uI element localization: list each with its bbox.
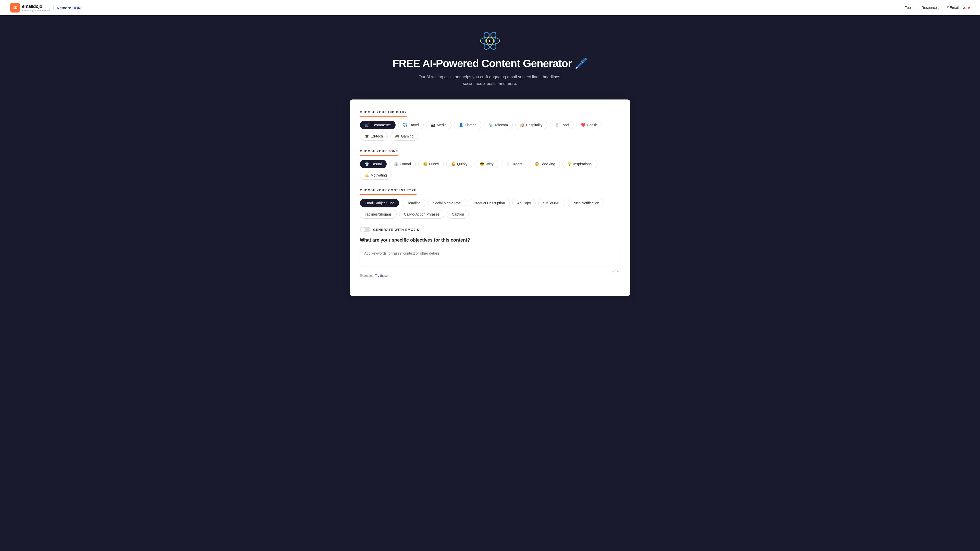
- industry-pill-fintech[interactable]: 👤Fintech: [454, 121, 481, 129]
- logo-icon: ✉: [10, 3, 20, 13]
- netcore-badge: Netcore Tools: [53, 6, 82, 10]
- content-pill-call-to-action-phrases[interactable]: Call-to-Action Phrases: [399, 210, 444, 219]
- content-pill-social-media-post[interactable]: Social Media Post: [428, 199, 466, 207]
- logo-text-block: emaildojo Previously Grademyemail: [22, 4, 50, 12]
- industry-pill-icon: 🎮: [395, 134, 399, 138]
- svg-text:AI: AI: [489, 40, 492, 43]
- industry-pill-icon: 📷: [431, 123, 435, 127]
- industry-pill-icon: 🛒: [365, 123, 369, 127]
- industry-pill-icon: 🎓: [365, 134, 369, 138]
- tone-section-title: CHOOSE YOUR TONE: [360, 149, 398, 156]
- industry-pill-icon: ❤️: [581, 123, 585, 127]
- objectives-section: What are your specific objectives for th…: [360, 238, 620, 278]
- objectives-title: What are your specific objectives for th…: [360, 238, 620, 243]
- examples-link: Examples, Try these!: [360, 274, 620, 278]
- industry-pill-icon: 📡: [489, 123, 493, 127]
- hero-icon: AI: [10, 30, 970, 52]
- industry-pill-ed-tech[interactable]: 🎓Ed-tech: [360, 132, 388, 141]
- emojis-toggle-row: GENERATE WITH EMOJIS: [360, 227, 620, 232]
- industry-pill-icon: ✈️: [403, 123, 407, 127]
- tone-pill-motivating[interactable]: 💪Motivating: [360, 171, 392, 179]
- industry-pill-health[interactable]: ❤️Health: [576, 121, 602, 129]
- try-these-link[interactable]: Try these!: [375, 274, 388, 278]
- content-type-section: CHOOSE YOUR CONTENT TYPE Email Subject L…: [360, 188, 620, 219]
- tone-pill-icon: 💪: [365, 173, 369, 177]
- tone-pill-witty[interactable]: 😎Witty: [475, 160, 498, 168]
- tone-pill-icon: 😱: [535, 162, 539, 166]
- live-dot: [968, 6, 970, 9]
- tone-pill-casual[interactable]: 👕Casual: [360, 160, 387, 168]
- content-type-pills: Email Subject LineHeadlineSocial Media P…: [360, 199, 620, 219]
- ai-atom-svg: AI: [480, 30, 500, 51]
- content-pill-sms-mms[interactable]: SMS/MMS: [538, 199, 565, 207]
- svg-point-7: [494, 32, 496, 33]
- industry-pill-travel[interactable]: ✈️Travel: [398, 121, 423, 129]
- industry-pill-media[interactable]: 📷Media: [426, 121, 452, 129]
- char-count: 0 / 120: [360, 269, 620, 273]
- svg-point-5: [499, 40, 500, 41]
- hero-section: AI FREE AI-Powered Content Generator 🖊️ …: [0, 15, 980, 107]
- emojis-toggle-switch[interactable]: [360, 227, 370, 232]
- content-pill-product-description[interactable]: Product Description: [469, 199, 510, 207]
- industry-pill-icon: 🏨: [520, 123, 525, 127]
- tools-badge: Tools: [72, 6, 82, 10]
- nav-tools[interactable]: Tools: [905, 6, 913, 10]
- hero-title: FREE AI-Powered Content Generator 🖊️: [10, 57, 970, 70]
- tone-pill-icon: 👔: [394, 162, 398, 166]
- tone-pill-shocking[interactable]: 😱Shocking: [530, 160, 560, 168]
- email-live-label: # Email Live: [947, 6, 966, 10]
- tone-pill-icon: ❗: [506, 162, 510, 166]
- tone-pill-icon: 😜: [451, 162, 455, 166]
- logo-area: ✉ emaildojo Previously Grademyemail Netc…: [10, 3, 82, 13]
- emojis-toggle-label: GENERATE WITH EMOJIS: [373, 228, 419, 232]
- tone-pill-icon: 💡: [567, 162, 572, 166]
- industry-pill-hospitality[interactable]: 🏨Hospitality: [515, 121, 547, 129]
- content-pill-email-subject-line[interactable]: Email Subject Line: [360, 199, 399, 207]
- content-type-section-title: CHOOSE YOUR CONTENT TYPE: [360, 189, 417, 195]
- tone-pill-urgent[interactable]: ❗Urgent: [501, 160, 527, 168]
- industry-pill-icon: 🍴: [555, 123, 559, 127]
- tone-pill-icon: 👕: [365, 162, 369, 166]
- tone-pill-quirky[interactable]: 😜Quirky: [446, 160, 472, 168]
- svg-point-6: [480, 40, 481, 41]
- industry-pill-food[interactable]: 🍴Food: [550, 121, 574, 129]
- industry-pills: 🛒E-commerce✈️Travel📷Media👤Fintech📡Teleco…: [360, 121, 620, 141]
- tone-section: CHOOSE YOUR TONE 👕Casual👔Formal😄Funny😜Qu…: [360, 149, 620, 179]
- navbar: ✉ emaildojo Previously Grademyemail Netc…: [0, 0, 980, 15]
- tone-pill-icon: 😎: [480, 162, 484, 166]
- tone-pill-inspirational[interactable]: 💡Inspirational: [563, 160, 597, 168]
- navbar-nav: Tools Resources # Email Live: [905, 6, 970, 10]
- industry-pill-telecom[interactable]: 📡Telecom: [484, 121, 513, 129]
- content-pill-push-notification[interactable]: Push Notification: [568, 199, 604, 207]
- email-live-link[interactable]: # Email Live: [947, 6, 970, 10]
- industry-pill-e-commerce[interactable]: 🛒E-commerce: [360, 121, 396, 129]
- content-pill-ad-copy[interactable]: Ad Copy: [512, 199, 536, 207]
- content-pill-headline[interactable]: Headline: [402, 199, 425, 207]
- industry-section-title: CHOOSE YOUR INDUSTRY: [360, 110, 407, 117]
- tone-pill-icon: 😄: [423, 162, 428, 166]
- industry-section: CHOOSE YOUR INDUSTRY 🛒E-commerce✈️Travel…: [360, 110, 620, 141]
- industry-pill-icon: 👤: [459, 123, 463, 127]
- tone-pill-formal[interactable]: 👔Formal: [389, 160, 416, 168]
- tone-pill-funny[interactable]: 😄Funny: [418, 160, 444, 168]
- main-card: CHOOSE YOUR INDUSTRY 🛒E-commerce✈️Travel…: [350, 100, 630, 296]
- logo-sub-text: Previously Grademyemail: [22, 9, 50, 12]
- logo-mark: ✉ emaildojo Previously Grademyemail: [10, 3, 50, 13]
- logo-main-text: emaildojo: [22, 4, 50, 9]
- objectives-input[interactable]: [360, 247, 620, 267]
- industry-pill-gaming[interactable]: 🎮Gaming: [390, 132, 418, 141]
- content-pill-taglines-slogans[interactable]: Taglines/Slogans: [360, 210, 396, 219]
- content-pill-caption[interactable]: Caption: [447, 210, 469, 219]
- nav-resources[interactable]: Resources: [921, 6, 939, 10]
- tone-pills: 👕Casual👔Formal😄Funny😜Quirky😎Witty❗Urgent…: [360, 160, 620, 179]
- netcore-text: Netcore: [57, 6, 71, 10]
- hero-subtitle: Our AI writing assistant helps you craft…: [414, 74, 566, 87]
